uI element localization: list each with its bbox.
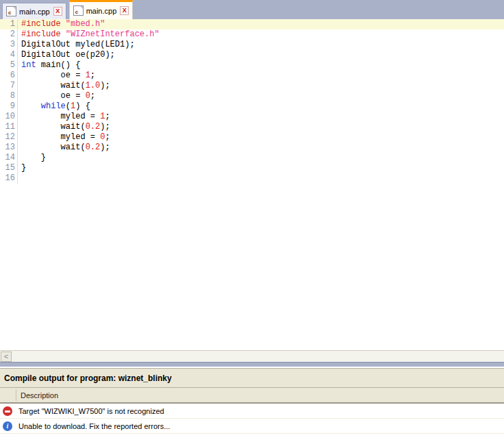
tab-label: main.cpp (86, 7, 117, 15)
line-number: 2 (0, 29, 18, 40)
code-line[interactable]: 6 oe = 1; (0, 71, 504, 81)
code-line[interactable]: 13 wait(0.2); (0, 143, 504, 153)
code-text: } (18, 163, 26, 173)
code-line[interactable]: 1#include "mbed.h" (0, 19, 504, 29)
error-icon (3, 406, 12, 416)
code-text (18, 173, 21, 184)
code-compiler-window: c main.cpp X c main.cpp X 1#include "mbe… (0, 0, 504, 442)
code-lines-container: 1#include "mbed.h"2#include "WIZnetInter… (0, 19, 504, 184)
output-column-header-row: Description (0, 388, 504, 404)
close-tab-icon[interactable]: X (120, 6, 129, 15)
code-line[interactable]: 12 myled = 0; (0, 132, 504, 143)
tab-main-cpp-2[interactable]: c main.cpp X (69, 0, 134, 19)
code-line[interactable]: 7 wait(1.0); (0, 81, 504, 91)
line-number: 9 (0, 101, 18, 112)
line-number: 15 (0, 163, 18, 173)
code-text: oe = 0; (18, 91, 95, 101)
horizontal-scrollbar[interactable]: < (0, 350, 504, 362)
output-row-text: Unable to download. Fix the reported err… (18, 422, 170, 430)
output-rows-container: Target "WIZWIKI_W7500" is not recognized… (0, 404, 504, 434)
line-number: 3 (0, 40, 18, 50)
code-line[interactable]: 11 wait(0.2); (0, 122, 504, 132)
output-row[interactable]: Target "WIZWIKI_W7500" is not recognized (0, 404, 504, 419)
scroll-left-button[interactable]: < (1, 352, 12, 362)
code-text: } (18, 153, 46, 163)
line-number: 13 (0, 143, 18, 153)
code-text: #include "mbed.h" (18, 19, 105, 29)
code-line[interactable]: 2#include "WIZnetInterface.h" (0, 29, 504, 40)
code-line[interactable]: 5int main() { (0, 60, 504, 71)
code-text: DigitalOut myled(LED1); (18, 40, 135, 50)
code-text: #include "WIZnetInterface.h" (18, 29, 160, 40)
code-text: wait(0.2); (18, 122, 110, 132)
code-text: myled = 1; (18, 112, 110, 122)
code-line[interactable]: 8 oe = 0; (0, 91, 504, 101)
cpp-file-icon: c (6, 6, 16, 16)
code-text: wait(0.2); (18, 143, 110, 153)
code-line[interactable]: 9 while(1) { (0, 101, 504, 112)
code-editor[interactable]: 1#include "mbed.h"2#include "WIZnetInter… (0, 19, 504, 350)
info-icon: i (3, 421, 12, 431)
line-number: 10 (0, 112, 18, 122)
line-number: 6 (0, 71, 18, 81)
code-line[interactable]: 10 myled = 1; (0, 112, 504, 122)
code-line[interactable]: 3DigitalOut myled(LED1); (0, 40, 504, 50)
code-text: while(1) { (18, 101, 90, 112)
editor-tab-bar: c main.cpp X c main.cpp X (0, 0, 504, 19)
compile-output-panel: Compile output for program: wiznet_blink… (0, 368, 504, 434)
compile-output-title: Compile output for program: wiznet_blink… (0, 369, 504, 388)
line-number: 12 (0, 132, 18, 143)
code-line[interactable]: 14 } (0, 153, 504, 163)
line-number: 16 (0, 173, 18, 184)
line-number: 5 (0, 60, 18, 71)
code-line[interactable]: 16 (0, 173, 504, 184)
code-line[interactable]: 4DigitalOut oe(p20); (0, 50, 504, 60)
output-row[interactable]: iUnable to download. Fix the reported er… (0, 419, 504, 434)
line-number: 14 (0, 153, 18, 163)
panel-splitter[interactable] (0, 362, 504, 367)
code-text: oe = 1; (18, 71, 95, 81)
code-text: wait(1.0); (18, 81, 110, 91)
chevron-left-icon: < (4, 352, 8, 360)
close-tab-icon[interactable]: X (53, 7, 62, 16)
code-line[interactable]: 15} (0, 163, 504, 173)
code-text: myled = 0; (18, 132, 110, 143)
code-text: int main() { (18, 60, 80, 71)
tab-main-cpp-1[interactable]: c main.cpp X (2, 3, 66, 19)
line-number: 1 (0, 19, 18, 29)
output-row-text: Target "WIZWIKI_W7500" is not recognized (18, 407, 164, 415)
line-number: 11 (0, 122, 18, 132)
line-number: 8 (0, 91, 18, 101)
cpp-file-icon: c (73, 5, 84, 16)
column-divider (16, 389, 16, 401)
code-text: DigitalOut oe(p20); (18, 50, 115, 60)
description-column-header: Description (21, 391, 58, 400)
line-number: 4 (0, 50, 18, 60)
line-number: 7 (0, 81, 18, 91)
tab-label: main.cpp (19, 8, 50, 16)
